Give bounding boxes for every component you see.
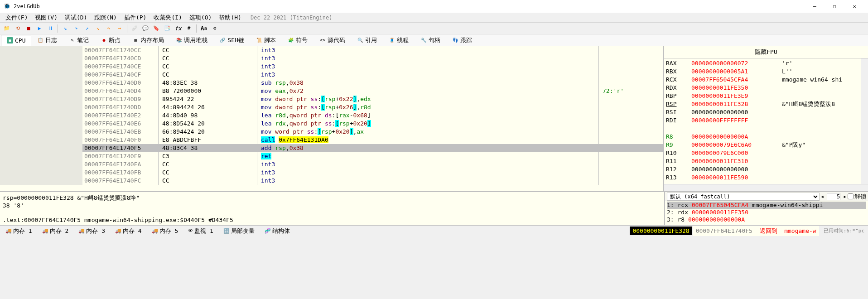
functions-icon[interactable]: fx <box>173 24 183 33</box>
tab-cpu[interactable]: ■CPU <box>1 35 31 46</box>
disasm-row[interactable]: 00007FF64E1740D048:83EC 38sub rsp,0x38 <box>0 79 663 87</box>
tab-script[interactable]: 📜脚本 <box>250 34 282 47</box>
btab-watch[interactable]: 👁监视 1 <box>183 226 218 236</box>
register-row[interactable]: RCX00007FF65045CFA4mmogame-win64-shi <box>666 76 866 84</box>
disasm-row[interactable]: 00007FF64E1740F548:83C4 38add rsp,0x38 <box>0 144 663 152</box>
btab-mem1[interactable]: 🚚内存 1 <box>1 226 37 236</box>
menu-view[interactable]: 视图(V) <box>31 13 61 23</box>
restart-icon[interactable]: ⟲ <box>13 24 23 33</box>
pause-icon[interactable]: ⏸ <box>45 24 55 33</box>
menu-plugins[interactable]: 插件(P) <box>121 13 150 23</box>
step-over-icon[interactable]: ↷ <box>71 24 81 33</box>
register-row[interactable]: RBX00000000000005A1L'' <box>666 68 866 76</box>
step-into-icon[interactable]: ↘ <box>60 24 70 33</box>
spinner-down-icon[interactable]: ◂ <box>820 193 825 200</box>
tab-follow[interactable]: 👣跟踪 <box>446 34 478 47</box>
unlock-checkbox[interactable]: 解锁 <box>848 193 866 201</box>
open-icon[interactable]: 📁 <box>2 24 12 33</box>
tab-memmap[interactable]: ▦内存布局 <box>126 34 170 47</box>
tab-symbols[interactable]: 🧩符号 <box>282 34 313 47</box>
disasm-row[interactable]: 00007FF64E1740F0E8 ABDCFBFFcall 0x7FF64E… <box>0 136 663 144</box>
menu-favorites[interactable]: 收藏夹(I) <box>150 13 185 23</box>
tab-seh[interactable]: 🔗SEH链 <box>213 34 250 47</box>
menu-trace[interactable]: 跟踪(N) <box>91 13 120 23</box>
step-out-icon[interactable]: ↗ <box>82 24 92 33</box>
register-row[interactable]: RDX00000000011FE350 <box>666 84 866 92</box>
register-row[interactable]: R100000000079E6C000 <box>666 149 866 157</box>
btab-mem3[interactable]: 🚚内存 3 <box>74 226 110 236</box>
arg-row[interactable]: 3: r8 000000000000000A <box>667 216 866 223</box>
disasm-row[interactable]: 00007FF64E1740CCCCint3 <box>0 46 663 54</box>
close-button[interactable]: ✕ <box>844 0 864 13</box>
hash-icon[interactable]: # <box>184 24 194 33</box>
register-hscroll[interactable] <box>664 184 868 191</box>
disasm-row[interactable]: 00007FF64E1740DD44:894424 26mov dword pt… <box>0 103 663 111</box>
register-header[interactable]: 隐藏FPU <box>664 46 868 58</box>
register-row[interactable]: RSP00000000011FE328&"H衈8锰烫烫藂泼8 <box>666 100 866 108</box>
arg-count-input[interactable] <box>827 193 840 200</box>
menu-help[interactable]: 帮助(H) <box>215 13 245 23</box>
register-row[interactable]: R900000000079E6C6A0&"P阪y" <box>666 141 866 149</box>
menu-options[interactable]: 选项(O) <box>186 13 215 23</box>
disassembly-list[interactable]: 00007FF64E1740CCCCint300007FF64E1740CDCC… <box>0 46 663 191</box>
bookmarks-icon[interactable]: 📑 <box>162 24 172 33</box>
register-row[interactable]: RAX0000000000000072'r' <box>666 59 866 68</box>
disasm-row[interactable]: 00007FF64E1740FCCCint3 <box>0 177 663 185</box>
patches-icon[interactable]: 🩹 <box>130 24 140 33</box>
font-icon[interactable]: Aa <box>199 24 209 33</box>
calling-convention-select[interactable]: 默认 (x64 fastcall) <box>667 193 820 201</box>
maximize-button[interactable]: ☐ <box>825 0 844 13</box>
register-row[interactable]: R1100000000011FE310 <box>666 157 866 165</box>
disasm-row[interactable]: 00007FF64E1740FBCCint3 <box>0 169 663 177</box>
tab-refs[interactable]: 🔍引用 <box>351 34 383 47</box>
tab-breakpoints[interactable]: ●断点 <box>95 34 126 47</box>
trace-over-icon[interactable]: ↷ <box>104 24 114 33</box>
spinner-up-icon[interactable]: ▸ <box>842 193 848 200</box>
btab-struct[interactable]: 🧬结构体 <box>260 226 294 236</box>
run-to-icon[interactable]: → <box>115 24 125 33</box>
register-row[interactable]: R8000000000000000A <box>666 133 866 141</box>
arg-row[interactable]: 1: rcx 00007FF65045CFA4 mmogame-win64-sh… <box>667 202 866 209</box>
btab-mem5[interactable]: 🚚内存 5 <box>147 226 183 236</box>
tab-threads[interactable]: 🧵线程 <box>383 34 415 47</box>
btab-locals[interactable]: 🔣局部变量 <box>219 226 259 236</box>
register-row[interactable]: R1300000000011FE590 <box>666 174 866 182</box>
menu-debug[interactable]: 调试(D) <box>61 13 91 23</box>
disasm-row[interactable]: 00007FF64E1740D4B8 72000000mov eax,0x727… <box>0 87 663 95</box>
args-list[interactable]: 1: rcx 00007FF65045CFA4 mmogame-win64-sh… <box>665 201 868 225</box>
register-row[interactable]: RBP00000000011FE3E9 <box>666 92 866 100</box>
build-info: Dec 22 2021 (TitanEngine) <box>251 14 333 21</box>
comments-icon[interactable]: 💬 <box>140 24 150 33</box>
tab-notes[interactable]: ✎笔记 <box>63 34 95 47</box>
btab-mem4[interactable]: 🚚内存 4 <box>111 226 146 236</box>
cpu-icon: ■ <box>7 37 13 43</box>
register-row[interactable]: RDI00000000FFFFFFFF <box>666 116 866 125</box>
stop-icon[interactable]: ■ <box>24 24 34 33</box>
disasm-row[interactable]: 00007FF64E1740CECCint3 <box>0 63 663 71</box>
disasm-row[interactable]: 00007FF64E1740EB66:894424 20mov word ptr… <box>0 128 663 136</box>
register-list[interactable]: RAX0000000000000072'r'RBX00000000000005A… <box>664 58 868 184</box>
tab-callstack[interactable]: 📚调用堆栈 <box>170 34 213 47</box>
run-icon[interactable]: ▶ <box>34 24 44 33</box>
trace-into-icon[interactable]: ↘ <box>93 24 103 33</box>
settings-icon[interactable]: ⚙ <box>210 24 220 33</box>
menu-file[interactable]: 文件(F) <box>2 13 31 23</box>
disasm-row[interactable]: 00007FF64E1740CDCCint3 <box>0 54 663 63</box>
disasm-row[interactable]: 00007FF64E1740D9895424 22mov dword ptr s… <box>0 95 663 103</box>
register-row[interactable] <box>666 125 866 133</box>
btab-mem2[interactable]: 🚚内存 2 <box>38 226 73 236</box>
tab-log[interactable]: 📋日志 <box>31 34 63 47</box>
register-row[interactable]: RSI0000000000000000 <box>666 108 866 116</box>
labels-icon[interactable]: 🔖 <box>151 24 161 33</box>
disasm-row[interactable]: 00007FF64E1740FACCint3 <box>0 160 663 169</box>
register-row[interactable]: R120000000000000000 <box>666 165 866 174</box>
minimize-button[interactable]: — <box>805 0 825 13</box>
tab-handles[interactable]: 🔧句柄 <box>415 34 446 47</box>
disasm-row[interactable]: 00007FF64E1740E244:8D40 98lea r8d,qword … <box>0 111 663 120</box>
register-scrollbar[interactable] <box>861 58 868 184</box>
disasm-row[interactable]: 00007FF64E1740CFCCint3 <box>0 71 663 79</box>
arg-row[interactable]: 2: rdx 00000000011FE350 <box>667 209 866 216</box>
tab-source[interactable]: <>源代码 <box>313 34 351 47</box>
disasm-row[interactable]: 00007FF64E1740F9C3ret <box>0 152 663 160</box>
disasm-row[interactable]: 00007FF64E1740E648:8D5424 20lea rdx,qwor… <box>0 120 663 128</box>
